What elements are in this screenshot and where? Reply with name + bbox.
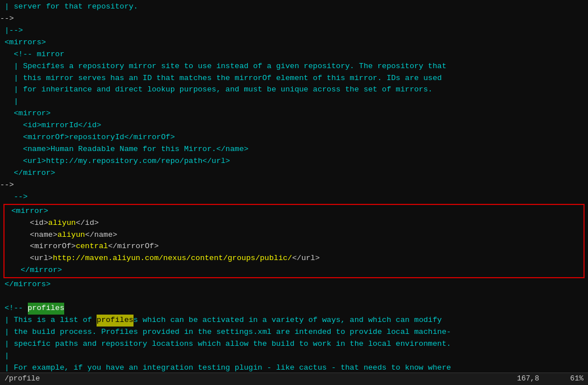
code-line: |--> (0, 25, 588, 37)
code-line: <id>mirrorId</id> (0, 120, 588, 132)
highlighted-block: <mirror> <id>aliyun</id> <name>aliyun</n… (3, 204, 585, 279)
code-line: | This is a list of profiless which can … (0, 315, 588, 327)
code-line: | For example, if you have an integratio… (0, 362, 588, 373)
code-line (0, 291, 588, 303)
code-line: <name>aliyun</name> (7, 229, 581, 241)
code-line: </mirror> (0, 168, 588, 179)
code-line: <url>http://my.repository.com/repo/path<… (0, 156, 588, 168)
code-line: <mirror> (0, 108, 588, 120)
code-line: <mirrorOf>central</mirrorOf> (7, 241, 581, 253)
code-line: <!-- profiles (0, 303, 588, 315)
code-line: <!-- mirror (0, 49, 588, 61)
code-line: | specific paths and repository location… (0, 338, 588, 350)
status-bar: /profile 167,8 61% (0, 373, 588, 385)
editor-area[interactable]: | server for that repository. --> |--> <… (0, 0, 588, 373)
code-line: --> (0, 191, 588, 203)
code-line: <mirror> (7, 206, 581, 217)
code-line: </mirrors> (0, 279, 588, 291)
code-line: </mirror> (7, 265, 581, 277)
code-line: | for inheritance and direct lookup purp… (0, 84, 588, 96)
status-filename: /profile (5, 373, 40, 384)
code-line: | Specifies a repository mirror site to … (0, 61, 588, 73)
code-line: | the build process. Profiles provided i… (0, 327, 588, 338)
code-line: | (0, 96, 588, 108)
code-line: | (0, 350, 588, 362)
status-position: 167,8 61% (517, 373, 583, 384)
code-line: <mirrorOf>repositoryId</mirrorOf> (0, 132, 588, 144)
code-line: <mirrors> (0, 37, 588, 49)
code-line: <name>Human Readable Name for this Mirro… (0, 144, 588, 156)
code-line: | this mirror serves has an ID that matc… (0, 73, 588, 85)
code-line: <url>http://maven.aliyun.com/nexus/conte… (7, 253, 581, 265)
code-line: <id>aliyun</id> (7, 217, 581, 229)
code-line: | server for that repository. (0, 1, 588, 13)
